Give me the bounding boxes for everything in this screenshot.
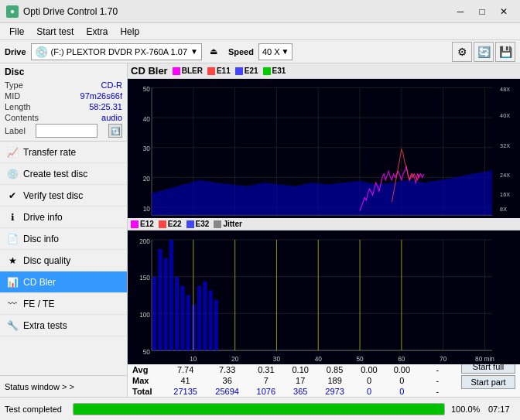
disc-label-label: Label	[5, 126, 26, 135]
svg-text:24X: 24X	[500, 172, 510, 179]
speed-selector[interactable]: 40 X ▼	[258, 43, 293, 60]
legend-e22: E22	[159, 220, 182, 228]
svg-rect-67	[186, 295, 190, 351]
stats-total-e22: 0	[353, 386, 385, 397]
toolbar-icons: ⚙ 🔄 💾	[452, 42, 515, 62]
disc-section: Disc Type CD-R MID 97m26s66f Length 58:2…	[0, 63, 127, 142]
legend-jitter: Jitter	[214, 220, 241, 228]
stats-total-label: Total	[128, 386, 165, 397]
legend-e31-label: E31	[272, 67, 286, 75]
bottom-status-bar: Test completed 100.0% 07:17	[0, 397, 520, 420]
eject-icon[interactable]: ⏏	[210, 46, 217, 56]
progress-bar-fill	[74, 404, 444, 415]
stats-max-e11: 36	[207, 375, 248, 386]
svg-text:40X: 40X	[500, 112, 510, 119]
progress-time: 07:17	[488, 405, 515, 414]
svg-text:80 min: 80 min	[475, 355, 494, 364]
sidebar-item-disc-info[interactable]: 📄 Disc info	[0, 228, 127, 250]
extra-tests-label: Extra tests	[23, 320, 67, 331]
menu-extra[interactable]: Extra	[80, 25, 114, 39]
stats-max-e12: 189	[316, 375, 352, 386]
chart-bottom: E12 E22 E32 Jitter	[128, 218, 520, 353]
stats-avg-e21: 0.31	[248, 364, 284, 375]
svg-text:40: 40	[315, 355, 322, 364]
sidebar-item-verify-test-disc[interactable]: ✔ Verify test disc	[0, 185, 127, 207]
svg-text:50: 50	[143, 347, 150, 356]
stats-max-jitter: -	[419, 375, 457, 386]
disc-info-icon: 📄	[6, 233, 19, 245]
sidebar-item-disc-quality[interactable]: ★ Disc quality	[0, 250, 127, 271]
legend-jitter-label: Jitter	[223, 220, 241, 228]
close-button[interactable]: ✕	[494, 4, 514, 19]
menu-start-test[interactable]: Start test	[30, 25, 80, 39]
legend-e32-label: E32	[196, 220, 210, 228]
legend-e31-color	[263, 67, 271, 75]
disc-mid-value: 97m26s66f	[80, 91, 122, 101]
legend-e12-color	[131, 220, 139, 228]
start-part-button[interactable]: Start part	[461, 375, 515, 389]
svg-text:30: 30	[143, 145, 150, 152]
titlebar-left: ● Opti Drive Control 1.70	[6, 5, 118, 18]
stats-total-jitter: -	[419, 386, 457, 397]
legend-e32-color	[186, 220, 194, 228]
stats-avg-e31: 0.10	[284, 364, 316, 375]
chart-bottom-title: E12 E22 E32 Jitter	[128, 218, 520, 230]
stats-avg-bler: 7.74	[165, 364, 207, 375]
create-test-disc-icon: 💿	[6, 168, 19, 180]
svg-rect-63	[164, 258, 168, 350]
drive-selector[interactable]: 💿 (F:) PLEXTOR DVDR PX-760A 1.07 ▼	[31, 43, 202, 60]
legend-e11: E11	[207, 67, 231, 75]
svg-rect-66	[180, 286, 184, 351]
status-window-button[interactable]: Status window > >	[0, 375, 127, 397]
maximize-button[interactable]: □	[472, 4, 492, 19]
minimize-button[interactable]: ─	[450, 4, 470, 19]
disc-type-label: Type	[5, 80, 23, 90]
sidebar-item-drive-info[interactable]: ℹ Drive info	[0, 207, 127, 228]
speed-label: Speed	[228, 47, 254, 56]
disc-length-value: 58:25.31	[89, 102, 122, 111]
sidebar-item-fe-te[interactable]: 〰 FE / TE	[0, 293, 127, 315]
cd-bler-title: CD Bler	[131, 65, 168, 77]
sidebar-item-extra-tests[interactable]: 🔧 Extra tests	[0, 315, 127, 336]
legend-e11-color	[207, 67, 215, 75]
toolbar-btn-3[interactable]: 💾	[495, 42, 515, 62]
legend-bler-color	[173, 67, 180, 75]
svg-text:150: 150	[139, 274, 150, 282]
menu-file[interactable]: File	[3, 25, 30, 39]
disc-mid-row: MID 97m26s66f	[5, 91, 122, 101]
svg-text:100: 100	[139, 311, 150, 319]
drive-info-icon: ℹ	[6, 211, 19, 224]
disc-header: Disc	[5, 67, 122, 77]
svg-rect-71	[209, 291, 213, 351]
legend-bler: BLER	[173, 67, 203, 75]
stats-total-e32: 0	[385, 386, 418, 397]
chart-top-svg: 50 40 30 20 10 10 20 30 40 50 60 70 80 m…	[128, 79, 520, 233]
sidebar-item-transfer-rate[interactable]: 📈 Transfer rate	[0, 142, 127, 163]
stats-total-e11: 25694	[207, 386, 248, 397]
sidebar-item-create-test-disc[interactable]: 💿 Create test disc	[0, 163, 127, 185]
chart-top: CD Bler BLER E11 E21 E31	[128, 63, 520, 218]
svg-text:40: 40	[143, 114, 150, 122]
stats-avg-e12: 0.85	[316, 364, 352, 375]
stats-max-e22: 0	[353, 375, 385, 386]
svg-text:50: 50	[356, 355, 363, 364]
menu-help[interactable]: Help	[114, 25, 145, 39]
svg-rect-69	[197, 286, 201, 351]
disc-label-row: Label 🔃	[5, 124, 122, 138]
legend-e22-label: E22	[168, 220, 182, 228]
legend-e12-label: E12	[140, 220, 154, 228]
toolbar-btn-2[interactable]: 🔄	[474, 42, 494, 62]
legend-e21-color	[235, 67, 243, 75]
disc-contents-value: audio	[101, 113, 122, 122]
toolbar-btn-1[interactable]: ⚙	[452, 42, 472, 62]
stats-total-row: Total 27135 25694 1076 365 2973 0 0 -	[128, 386, 457, 397]
drivebar: Drive 💿 (F:) PLEXTOR DVDR PX-760A 1.07 ▼…	[0, 40, 520, 63]
disc-label-button[interactable]: 🔃	[108, 124, 122, 138]
disc-label-input[interactable]	[36, 124, 98, 138]
sidebar-item-cd-bler[interactable]: 📊 CD Bler	[0, 271, 127, 293]
svg-rect-65	[175, 277, 179, 350]
cd-bler-label: CD Bler	[23, 277, 56, 288]
stats-avg-e22: 0.00	[353, 364, 385, 375]
svg-text:20: 20	[143, 175, 150, 183]
disc-type-row: Type CD-R	[5, 80, 122, 90]
